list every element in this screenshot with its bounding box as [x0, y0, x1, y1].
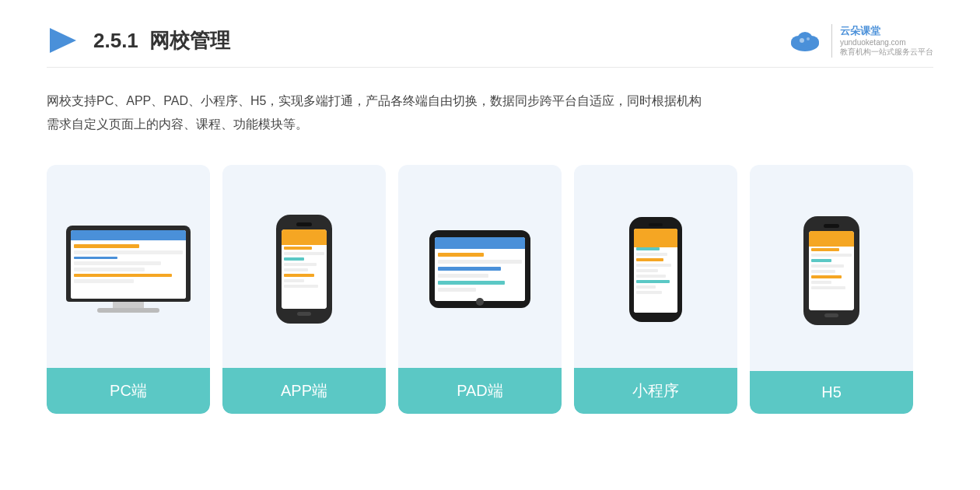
phone-row-7: [284, 279, 304, 282]
h5-row-3: [811, 259, 831, 262]
mini-row-2: [636, 253, 667, 256]
tablet-row-5: [438, 281, 505, 285]
phone-row-3: [284, 257, 304, 261]
device-pc: [66, 226, 191, 313]
cloud-svg: [786, 28, 824, 53]
logo-svg: [47, 23, 81, 58]
pc-bar-1: [74, 244, 139, 248]
tablet-row-2: [438, 260, 522, 264]
cards-container: PC端: [47, 165, 933, 414]
cloud-icon: [786, 28, 824, 53]
device-area-pad: [417, 165, 543, 368]
card-pad: PAD端: [398, 165, 562, 414]
tablet-screen: [435, 237, 525, 301]
phone-outer-h5: [803, 216, 859, 325]
tablet-rows: [438, 253, 522, 295]
h5-row-2: [811, 254, 852, 257]
tablet-screen-content: [435, 237, 525, 301]
mini-row-4: [636, 264, 671, 267]
pc-bar-6: [74, 274, 172, 277]
phone-screen-content-h5: [809, 231, 854, 310]
phone-outer-app: [276, 215, 332, 324]
phone-notch: [296, 222, 312, 226]
brand-slogan: 教育机构一站式服务云平台: [840, 47, 933, 58]
tablet-row-3: [438, 267, 501, 271]
slogan1: 教育机构一站: [840, 47, 887, 56]
mini-row-3: [636, 258, 663, 261]
card-app: APP端: [222, 165, 386, 414]
logo-icon: [47, 23, 81, 58]
svg-point-6: [807, 37, 810, 40]
h5-row-5: [811, 270, 835, 273]
phone-row-5: [284, 268, 308, 271]
device-area-h5: [791, 165, 872, 371]
pc-bar-3: [74, 257, 117, 259]
mini-phone-screen: [634, 229, 677, 313]
device-phone-h5: [803, 216, 859, 325]
description-line1: 网校支持PC、APP、PAD、小程序、H5，实现多端打通，产品各终端自由切换，数…: [47, 89, 933, 113]
device-area-pc: [54, 165, 203, 368]
h5-row-7: [811, 281, 831, 284]
pc-bar-4: [74, 261, 161, 265]
device-phone-app: [276, 215, 332, 324]
mini-phone-outer: [629, 217, 682, 322]
pc-bar-2: [74, 250, 183, 254]
page-wrapper: 2.5.1 网校管理 云朵课堂 yunduoket: [0, 0, 980, 490]
pc-screen-bars: [74, 244, 183, 285]
card-h5: H5: [750, 165, 913, 414]
phone-rows-h5: [811, 248, 852, 292]
phone-screen-app: [282, 229, 327, 309]
phone-screen-h5: [809, 231, 854, 310]
device-tablet: [429, 230, 530, 308]
mini-row-5: [636, 269, 658, 272]
pc-screen-outer: [66, 226, 191, 302]
pc-bar-5: [74, 268, 145, 271]
pc-screen-inner: [71, 230, 186, 299]
phone-row-8: [284, 285, 318, 288]
pc-screen-content: [71, 230, 186, 299]
page-title: 2.5.1 网校管理: [93, 27, 230, 54]
mini-row-1: [636, 247, 660, 250]
h5-row-1: [811, 248, 839, 251]
brand-domain-text: yunduoketang.com: [840, 38, 906, 47]
tablet-row-1: [438, 253, 484, 257]
header-left: 2.5.1 网校管理: [47, 23, 230, 58]
tablet-row-6: [438, 288, 476, 292]
phone-rows: [284, 247, 324, 290]
phone-home: [297, 312, 311, 316]
card-miniprogram: 小程序: [574, 165, 737, 414]
phone-home-h5: [824, 313, 838, 317]
phone-notch-h5: [824, 224, 839, 228]
pc-bar-7: [74, 279, 134, 283]
card-label-h5: H5: [750, 371, 913, 414]
h5-row-4: [811, 264, 844, 268]
description: 网校支持PC、APP、PAD、小程序、H5，实现多端打通，产品各终端自由切换，数…: [47, 89, 933, 137]
svg-point-4: [797, 32, 813, 46]
section-number: 2.5.1: [93, 29, 138, 52]
mini-row-7: [636, 280, 670, 283]
device-mini-phone: [629, 217, 682, 322]
mini-phone-rows: [636, 247, 675, 296]
mini-row-8: [636, 285, 656, 289]
card-pc: PC端: [47, 165, 210, 414]
brand-text-group: 云朵课堂 yunduoketang.com 教育机构一站式服务云平台: [831, 24, 933, 58]
mini-phone-content: [634, 229, 677, 313]
tablet-row-4: [438, 274, 488, 278]
brand-domain: yunduoketang.com: [840, 38, 906, 47]
tablet-outer: [429, 230, 530, 308]
tablet-home-dot: [476, 298, 484, 306]
title-text: 网校管理: [149, 29, 230, 52]
mini-phone-notch: [649, 223, 663, 226]
card-label-pad: PAD端: [398, 368, 562, 414]
pc-stand: [113, 302, 144, 308]
phone-row-6: [284, 274, 314, 277]
svg-point-5: [800, 38, 804, 43]
device-area-app: [264, 165, 345, 368]
phone-screen-content-app: [282, 229, 327, 309]
h5-row-6: [811, 275, 842, 278]
card-label-mini: 小程序: [574, 368, 737, 414]
phone-row-1: [284, 247, 312, 250]
phone-row-4: [284, 263, 317, 266]
card-label-pc: PC端: [47, 368, 210, 414]
mini-row-9: [636, 291, 662, 294]
